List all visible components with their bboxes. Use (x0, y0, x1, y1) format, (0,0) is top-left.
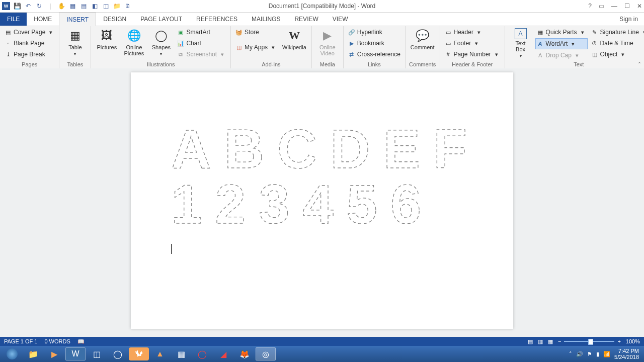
new-doc-icon[interactable]: 🗎 (124, 2, 132, 10)
volume-icon[interactable]: 🔊 (576, 351, 583, 357)
page-number-button[interactable]: #Page Number▾ (443, 49, 502, 59)
web-layout-icon[interactable]: ▦ (548, 338, 553, 345)
start-button[interactable] (2, 347, 22, 360)
group-addins: 🧺Store ◫My Apps▾ WWikipedia Add-ins (231, 26, 312, 69)
smartart-button[interactable]: ▣SmartArt (176, 27, 227, 37)
online-pictures-button[interactable]: 🌐Online Pictures (121, 27, 146, 57)
acrobat-icon[interactable]: ◢ (213, 347, 233, 360)
online-video-button[interactable]: ▶Online Video (315, 27, 340, 57)
signature-line-button[interactable]: ✎Signature Line▾ (590, 27, 644, 37)
online-pictures-icon: 🌐 (126, 28, 141, 43)
app-icon[interactable]: ◫ (87, 347, 107, 360)
touch-icon[interactable]: ✋ (57, 2, 65, 10)
comment-button[interactable]: 💬Comment (409, 27, 437, 51)
wordart-icon: A (537, 40, 544, 47)
quick-access-toolbar: W 💾 ↶ ↻ | ✋ ▦ ▤ ◧ ◫ 📁 🗎 (0, 0, 644, 13)
zoom-in-icon[interactable]: + (617, 338, 620, 344)
zoom-slider[interactable]: − + (558, 338, 621, 344)
save-icon[interactable]: 💾 (13, 2, 21, 10)
folder-icon[interactable]: 📁 (113, 2, 121, 10)
page-indicator[interactable]: PAGE 1 OF 1 (4, 338, 37, 344)
header-button[interactable]: ▭Header▾ (443, 27, 502, 37)
pictures-button[interactable]: 🖼Pictures (94, 27, 119, 51)
cover-page-icon: ▤ (5, 29, 12, 36)
tab-insert[interactable]: INSERT (59, 13, 96, 26)
shapes-button[interactable]: ◯Shapes▾ (148, 27, 174, 58)
online-pictures-label: Online Pictures (123, 44, 144, 56)
undo-icon[interactable]: ↶ (24, 2, 32, 10)
footer-button[interactable]: ▭Footer▾ (443, 38, 502, 48)
zoom-thumb[interactable] (588, 339, 593, 345)
my-apps-button[interactable]: ◫My Apps▾ (234, 42, 278, 52)
zoom-out-icon[interactable]: − (558, 338, 561, 344)
vlc-icon[interactable]: ▲ (150, 347, 170, 360)
qat-icon[interactable]: ◧ (91, 2, 99, 10)
spellcheck-icon[interactable]: 📖 (77, 338, 85, 345)
explorer-icon[interactable]: 📁 (23, 347, 43, 360)
chart-button[interactable]: 📊Chart (176, 38, 227, 48)
qat-icon[interactable]: ◫ (102, 2, 110, 10)
object-button[interactable]: ◫Object▾ (590, 49, 644, 59)
tray-chevron-icon[interactable]: ˄ (569, 351, 572, 357)
tab-review[interactable]: REVIEW (287, 13, 325, 26)
word-count[interactable]: 0 WORDS (44, 338, 70, 344)
tab-home[interactable]: HOME (27, 13, 59, 26)
blank-page-button[interactable]: ▫Blank Page (3, 38, 56, 48)
tray-icon[interactable]: ⚑ (587, 351, 592, 357)
date-time-button[interactable]: ⏱Date & Time (590, 38, 644, 48)
page-break-button[interactable]: ⤓Page Break (3, 49, 56, 59)
date-time-icon: ⏱ (591, 40, 598, 47)
my-apps-label: My Apps (245, 44, 268, 51)
uc-browser-icon[interactable]: 🐿 (129, 347, 149, 360)
maximize-icon[interactable]: ☐ (624, 3, 630, 10)
media-player-icon[interactable]: ▶ (44, 347, 64, 360)
firefox-icon[interactable]: 🦊 (234, 347, 255, 360)
qat-icon[interactable]: ▤ (79, 2, 88, 10)
group-illustrations: 🖼Pictures 🌐Online Pictures ◯Shapes▾ ▣Sma… (91, 26, 231, 69)
quick-parts-button[interactable]: ▦Quick Parts▾ (535, 27, 588, 37)
tab-mailings[interactable]: MAILINGS (245, 13, 287, 26)
text-line-2: 123456 (171, 173, 434, 233)
document-page[interactable]: ABCDEF 123456 (131, 72, 513, 329)
help-icon[interactable]: ? (588, 3, 592, 10)
bookmark-button[interactable]: ▶Bookmark (347, 38, 402, 48)
sign-in-link[interactable]: Sign in (613, 13, 644, 26)
network-icon[interactable]: 📶 (603, 351, 610, 357)
cross-ref-button[interactable]: ⇄Cross-reference (347, 49, 402, 59)
screenshot-button[interactable]: ⧉Screenshot▾ (176, 49, 227, 59)
text-box-button[interactable]: AText Box▾ (508, 27, 533, 60)
hyperlink-button[interactable]: 🔗Hyperlink (347, 27, 402, 37)
close-icon[interactable]: ✕ (637, 3, 642, 10)
tab-design[interactable]: DESIGN (96, 13, 133, 26)
minimize-icon[interactable]: — (611, 3, 617, 10)
system-tray: ˄ 🔊 ⚑ ▮ 📶 7:42 PM 5/24/2018 (569, 348, 642, 360)
read-mode-icon[interactable]: ▤ (528, 338, 533, 345)
store-button[interactable]: 🧺Store (234, 27, 278, 37)
ribbon: ▤Cover Page▾ ▫Blank Page ⤓Page Break Pag… (0, 26, 644, 70)
chrome-icon[interactable]: ◯ (108, 347, 128, 360)
tab-file[interactable]: FILE (0, 13, 27, 26)
zoom-level[interactable]: 100% (626, 338, 640, 344)
word-taskbar-icon[interactable]: W (65, 347, 86, 360)
redo-icon[interactable]: ↻ (35, 2, 43, 10)
collapse-ribbon-icon[interactable]: ˄ (638, 61, 641, 68)
taskbar-clock[interactable]: 7:42 PM 5/24/2018 (614, 348, 642, 360)
tab-view[interactable]: VIEW (326, 13, 355, 26)
tab-references[interactable]: REFERENCES (189, 13, 245, 26)
text-box-icon: A (515, 28, 527, 39)
zoom-track[interactable] (564, 341, 614, 342)
camera-icon[interactable]: ◎ (256, 347, 276, 360)
wordart-button[interactable]: AWordArt▾ (535, 38, 588, 49)
tab-page-layout[interactable]: PAGE LAYOUT (133, 13, 189, 26)
table-icon[interactable]: ▦ (68, 2, 76, 10)
drop-cap-button[interactable]: ADrop Cap▾ (535, 50, 588, 60)
ribbon-display-icon[interactable]: ▭ (599, 3, 604, 10)
print-layout-icon[interactable]: ▥ (538, 338, 543, 345)
wikipedia-button[interactable]: WWikipedia (280, 27, 308, 51)
cover-page-button[interactable]: ▤Cover Page▾ (3, 27, 56, 37)
table-button[interactable]: ▦Table▾ (62, 27, 88, 58)
app-icon[interactable]: ▦ (171, 347, 191, 360)
opera-icon[interactable]: ◯ (192, 347, 212, 360)
tray-icon[interactable]: ▮ (596, 351, 599, 357)
quick-parts-label: Quick Parts (546, 29, 577, 36)
